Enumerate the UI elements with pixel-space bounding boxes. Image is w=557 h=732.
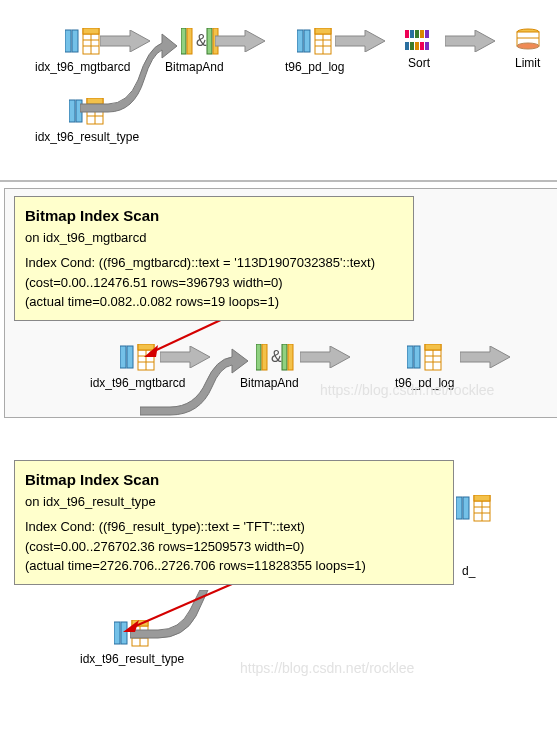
- flow-arrow: [335, 30, 390, 52]
- watermark: https://blog.csdn.net/rocklee: [320, 382, 494, 398]
- tooltip-subtitle: on idx_t96_mgtbarcd: [25, 228, 403, 248]
- node-partial[interactable]: [456, 495, 492, 523]
- sort-icon: [405, 30, 433, 52]
- svg-marker-28: [144, 345, 158, 357]
- heap-scan-icon: [407, 344, 443, 372]
- node-label: idx_t96_result_type: [35, 130, 139, 144]
- table-scan-icon: [456, 495, 492, 523]
- svg-marker-30: [123, 620, 139, 632]
- flow-arrow: [445, 30, 500, 52]
- node-limit[interactable]: Limit: [515, 28, 540, 70]
- flow-arrow: [215, 30, 270, 52]
- flow-arrow: [300, 346, 360, 368]
- flow-arrow-curved: [80, 30, 180, 125]
- detail-result-type: Bitmap Index Scan on idx_t96_result_type…: [0, 450, 557, 710]
- tooltip-bitmap-scan-mgtbarcd: Bitmap Index Scan on idx_t96_mgtbarcd In…: [14, 196, 414, 321]
- tooltip-line: (actual time=0.082..0.082 rows=19 loops=…: [25, 292, 403, 312]
- bitmap-and-icon: [256, 344, 282, 372]
- node-sort[interactable]: Sort: [405, 30, 433, 70]
- node-label: idx_t96_result_type: [80, 652, 184, 666]
- plan-overview: idx_t96_mgtbarcd idx_t96_result_type Bit…: [0, 0, 557, 160]
- tooltip-subtitle: on idx_t96_result_type: [25, 492, 443, 512]
- tooltip-title: Bitmap Index Scan: [25, 469, 443, 492]
- tooltip-title: Bitmap Index Scan: [25, 205, 403, 228]
- flow-arrow: [460, 346, 520, 368]
- heap-scan-icon: [297, 28, 333, 56]
- watermark: https://blog.csdn.net/rocklee: [240, 660, 414, 676]
- tooltip-line: Index Cond: ((f96_result_type)::text = '…: [25, 517, 443, 537]
- detail-mgtbarcd: Bitmap Index Scan on idx_t96_mgtbarcd In…: [0, 180, 557, 430]
- tooltip-line: Index Cond: ((f96_mgtbarcd)::text = '113…: [25, 253, 403, 273]
- node-label: Limit: [515, 56, 540, 70]
- tooltip-line: (cost=0.00..276702.36 rows=12509573 widt…: [25, 537, 443, 557]
- limit-icon: [516, 28, 540, 52]
- node-label: Sort: [408, 56, 430, 70]
- tooltip-line: (cost=0.00..12476.51 rows=396793 width=0…: [25, 273, 403, 293]
- tooltip-line: (actual time=2726.706..2726.706 rows=118…: [25, 556, 443, 576]
- bitmap-and-icon: [181, 28, 207, 56]
- node-label: t96_pd_log: [285, 60, 344, 74]
- node-label-fragment: d_: [462, 564, 475, 578]
- tooltip-bitmap-scan-result-type: Bitmap Index Scan on idx_t96_result_type…: [14, 460, 454, 585]
